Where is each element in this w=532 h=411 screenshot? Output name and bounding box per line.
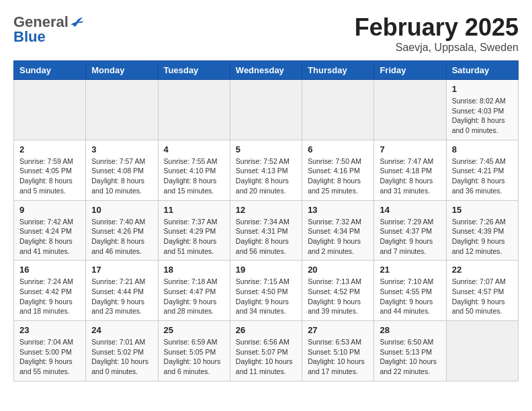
calendar-cell bbox=[374, 80, 446, 140]
location: Saevja, Uppsala, Sweden bbox=[355, 42, 519, 54]
calendar-cell: 18Sunrise: 7:18 AM Sunset: 4:47 PM Dayli… bbox=[158, 261, 230, 321]
day-number: 28 bbox=[380, 325, 440, 335]
day-info: Sunrise: 6:56 AM Sunset: 5:07 PM Dayligh… bbox=[236, 337, 296, 377]
logo-bird-icon bbox=[69, 17, 84, 28]
calendar-cell: 20Sunrise: 7:13 AM Sunset: 4:52 PM Dayli… bbox=[302, 261, 374, 321]
weekday-header: Sunday bbox=[14, 61, 86, 80]
month-title: February 2025 bbox=[355, 13, 519, 42]
day-info: Sunrise: 7:40 AM Sunset: 4:26 PM Dayligh… bbox=[91, 217, 152, 257]
calendar-cell: 9Sunrise: 7:42 AM Sunset: 4:24 PM Daylig… bbox=[14, 200, 86, 261]
day-number: 7 bbox=[380, 144, 440, 154]
weekday-header: Saturday bbox=[446, 61, 518, 80]
day-number: 25 bbox=[164, 325, 224, 335]
weekday-header: Friday bbox=[374, 61, 446, 80]
calendar-cell: 5Sunrise: 7:52 AM Sunset: 4:13 PM Daylig… bbox=[230, 140, 302, 200]
calendar-cell: 8Sunrise: 7:45 AM Sunset: 4:21 PM Daylig… bbox=[446, 140, 518, 200]
weekday-header: Wednesday bbox=[230, 61, 302, 80]
weekday-header: Monday bbox=[86, 61, 158, 80]
header: General Blue February 2025 Saevja, Uppsa… bbox=[13, 13, 519, 54]
day-info: Sunrise: 6:50 AM Sunset: 5:13 PM Dayligh… bbox=[380, 337, 440, 377]
day-number: 13 bbox=[308, 205, 368, 215]
day-number: 1 bbox=[452, 84, 513, 94]
calendar-cell bbox=[158, 80, 230, 140]
calendar-cell: 10Sunrise: 7:40 AM Sunset: 4:26 PM Dayli… bbox=[86, 200, 158, 261]
calendar-cell: 17Sunrise: 7:21 AM Sunset: 4:44 PM Dayli… bbox=[86, 261, 158, 321]
calendar-header-row: SundayMondayTuesdayWednesdayThursdayFrid… bbox=[14, 61, 519, 80]
day-number: 23 bbox=[19, 325, 80, 335]
day-info: Sunrise: 7:55 AM Sunset: 4:10 PM Dayligh… bbox=[164, 156, 224, 196]
calendar-cell: 15Sunrise: 7:26 AM Sunset: 4:39 PM Dayli… bbox=[446, 200, 518, 261]
day-number: 11 bbox=[164, 205, 224, 215]
day-number: 2 bbox=[19, 144, 80, 154]
calendar-cell: 11Sunrise: 7:37 AM Sunset: 4:29 PM Dayli… bbox=[158, 200, 230, 261]
day-info: Sunrise: 7:21 AM Sunset: 4:44 PM Dayligh… bbox=[91, 277, 152, 316]
day-number: 3 bbox=[91, 144, 152, 154]
day-info: Sunrise: 7:04 AM Sunset: 5:00 PM Dayligh… bbox=[19, 337, 80, 377]
day-number: 17 bbox=[91, 265, 152, 275]
calendar-cell bbox=[446, 321, 518, 381]
calendar-cell: 6Sunrise: 7:50 AM Sunset: 4:16 PM Daylig… bbox=[302, 140, 374, 200]
day-info: Sunrise: 7:57 AM Sunset: 4:08 PM Dayligh… bbox=[91, 156, 152, 196]
calendar-cell: 3Sunrise: 7:57 AM Sunset: 4:08 PM Daylig… bbox=[86, 140, 158, 200]
calendar-cell: 25Sunrise: 6:59 AM Sunset: 5:05 PM Dayli… bbox=[158, 321, 230, 381]
calendar-week-row: 9Sunrise: 7:42 AM Sunset: 4:24 PM Daylig… bbox=[14, 200, 519, 261]
day-number: 27 bbox=[308, 325, 368, 335]
day-info: Sunrise: 7:24 AM Sunset: 4:42 PM Dayligh… bbox=[19, 277, 80, 316]
calendar-week-row: 16Sunrise: 7:24 AM Sunset: 4:42 PM Dayli… bbox=[14, 261, 519, 321]
day-info: Sunrise: 8:02 AM Sunset: 4:03 PM Dayligh… bbox=[452, 96, 513, 136]
day-number: 4 bbox=[164, 144, 224, 154]
day-number: 21 bbox=[380, 265, 440, 275]
logo-blue: Blue bbox=[13, 28, 46, 46]
day-number: 10 bbox=[91, 205, 152, 215]
calendar-cell: 26Sunrise: 6:56 AM Sunset: 5:07 PM Dayli… bbox=[230, 321, 302, 381]
day-info: Sunrise: 7:13 AM Sunset: 4:52 PM Dayligh… bbox=[308, 277, 368, 316]
day-info: Sunrise: 7:07 AM Sunset: 4:57 PM Dayligh… bbox=[452, 277, 513, 316]
day-number: 15 bbox=[452, 205, 513, 215]
day-number: 5 bbox=[236, 144, 296, 154]
day-info: Sunrise: 7:15 AM Sunset: 4:50 PM Dayligh… bbox=[236, 277, 296, 316]
calendar: SundayMondayTuesdayWednesdayThursdayFrid… bbox=[13, 60, 519, 381]
calendar-week-row: 23Sunrise: 7:04 AM Sunset: 5:00 PM Dayli… bbox=[14, 321, 519, 381]
calendar-week-row: 1Sunrise: 8:02 AM Sunset: 4:03 PM Daylig… bbox=[14, 80, 519, 140]
weekday-header: Thursday bbox=[302, 61, 374, 80]
day-info: Sunrise: 7:34 AM Sunset: 4:31 PM Dayligh… bbox=[236, 217, 296, 257]
calendar-cell: 27Sunrise: 6:53 AM Sunset: 5:10 PM Dayli… bbox=[302, 321, 374, 381]
weekday-header: Tuesday bbox=[158, 61, 230, 80]
day-number: 22 bbox=[452, 265, 513, 275]
day-number: 16 bbox=[19, 265, 80, 275]
day-number: 9 bbox=[19, 205, 80, 215]
calendar-cell bbox=[86, 80, 158, 140]
calendar-cell: 12Sunrise: 7:34 AM Sunset: 4:31 PM Dayli… bbox=[230, 200, 302, 261]
day-info: Sunrise: 7:42 AM Sunset: 4:24 PM Dayligh… bbox=[19, 217, 80, 257]
calendar-cell: 1Sunrise: 8:02 AM Sunset: 4:03 PM Daylig… bbox=[446, 80, 518, 140]
day-number: 24 bbox=[91, 325, 152, 335]
day-info: Sunrise: 7:50 AM Sunset: 4:16 PM Dayligh… bbox=[308, 156, 368, 196]
day-info: Sunrise: 7:47 AM Sunset: 4:18 PM Dayligh… bbox=[380, 156, 440, 196]
calendar-cell bbox=[230, 80, 302, 140]
day-number: 14 bbox=[380, 205, 440, 215]
day-number: 19 bbox=[236, 265, 296, 275]
calendar-cell: 21Sunrise: 7:10 AM Sunset: 4:55 PM Dayli… bbox=[374, 261, 446, 321]
calendar-cell: 24Sunrise: 7:01 AM Sunset: 5:02 PM Dayli… bbox=[86, 321, 158, 381]
day-info: Sunrise: 7:59 AM Sunset: 4:05 PM Dayligh… bbox=[19, 156, 80, 196]
title-area: February 2025 Saevja, Uppsala, Sweden bbox=[355, 13, 519, 54]
logo: General Blue bbox=[13, 13, 84, 46]
calendar-cell: 16Sunrise: 7:24 AM Sunset: 4:42 PM Dayli… bbox=[14, 261, 86, 321]
day-info: Sunrise: 6:59 AM Sunset: 5:05 PM Dayligh… bbox=[164, 337, 224, 377]
day-info: Sunrise: 7:01 AM Sunset: 5:02 PM Dayligh… bbox=[91, 337, 152, 377]
day-info: Sunrise: 7:29 AM Sunset: 4:37 PM Dayligh… bbox=[380, 217, 440, 257]
day-info: Sunrise: 7:10 AM Sunset: 4:55 PM Dayligh… bbox=[380, 277, 440, 316]
calendar-cell: 7Sunrise: 7:47 AM Sunset: 4:18 PM Daylig… bbox=[374, 140, 446, 200]
calendar-cell: 23Sunrise: 7:04 AM Sunset: 5:00 PM Dayli… bbox=[14, 321, 86, 381]
calendar-cell bbox=[302, 80, 374, 140]
calendar-cell: 14Sunrise: 7:29 AM Sunset: 4:37 PM Dayli… bbox=[374, 200, 446, 261]
calendar-cell: 19Sunrise: 7:15 AM Sunset: 4:50 PM Dayli… bbox=[230, 261, 302, 321]
day-number: 26 bbox=[236, 325, 296, 335]
day-info: Sunrise: 7:26 AM Sunset: 4:39 PM Dayligh… bbox=[452, 217, 513, 257]
day-number: 18 bbox=[164, 265, 224, 275]
day-number: 12 bbox=[236, 205, 296, 215]
calendar-cell: 28Sunrise: 6:50 AM Sunset: 5:13 PM Dayli… bbox=[374, 321, 446, 381]
day-number: 8 bbox=[452, 144, 513, 154]
calendar-cell bbox=[14, 80, 86, 140]
day-info: Sunrise: 7:37 AM Sunset: 4:29 PM Dayligh… bbox=[164, 217, 224, 257]
